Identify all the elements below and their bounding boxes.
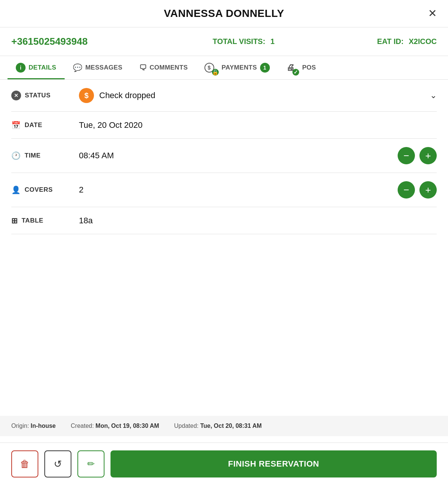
modal-title: VANNESSA DONNELLY: [164, 8, 284, 20]
tab-payments-label: PAYMENTS: [222, 64, 257, 71]
time-label: TIME: [25, 152, 41, 159]
trash-icon: 🗑: [20, 458, 30, 470]
status-dollar-icon: $: [79, 88, 94, 103]
total-visits-label: TOTAL VISITS:: [213, 37, 265, 45]
date-label: DATE: [25, 121, 42, 129]
covers-label-group: 👤 COVERS: [11, 185, 79, 194]
tab-bar: i DETAILS 💬 MESSAGES 🗨 COMMENTS $ 🔒 PAYM…: [0, 56, 448, 80]
footer-actions: 🗑 ↺ ✏ FINISH RESERVATION: [0, 443, 448, 485]
eat-id-value: X2ICOC: [409, 37, 437, 45]
tab-messages[interactable]: 💬 MESSAGES: [65, 56, 131, 79]
date-label-group: 📅 DATE: [11, 121, 79, 130]
payments-badge: 1: [260, 63, 270, 73]
covers-value: 2: [79, 185, 398, 195]
status-value-group[interactable]: $ Check dropped ⌄: [79, 88, 437, 103]
origin-group: Origin: In-house: [11, 423, 56, 429]
details-icon: i: [16, 63, 26, 73]
eat-id-label: EAT ID:: [377, 37, 404, 45]
covers-decrease-button[interactable]: −: [398, 181, 415, 199]
date-value: Tue, 20 Oct 2020: [79, 120, 437, 130]
edit-button[interactable]: ✏: [77, 450, 104, 477]
table-label: TABLE: [22, 217, 44, 224]
lock-icon: 🔒: [212, 69, 219, 76]
time-actions: − +: [398, 147, 437, 164]
payments-icon-group: $ 🔒: [204, 63, 219, 73]
info-row: +3615025493948 TOTAL VISITS: 1 EAT ID: X…: [0, 27, 448, 56]
updated-group: Updated: Tue, Oct 20, 08:31 AM: [174, 423, 262, 429]
status-label-group: ✕ STATUS: [11, 91, 79, 100]
details-section: ✕ STATUS $ Check dropped ⌄ 📅 DATE Tue, 2…: [0, 80, 448, 234]
footer-info: Origin: In-house Created: Mon, Oct 19, 0…: [0, 416, 448, 436]
covers-row: 👤 COVERS 2 − +: [11, 173, 437, 207]
created-value: Mon, Oct 19, 08:30 AM: [95, 423, 159, 429]
origin-value: In-house: [31, 423, 56, 429]
tab-details-label: DETAILS: [29, 64, 56, 71]
updated-label: Updated:: [174, 423, 198, 429]
messages-icon: 💬: [73, 63, 82, 72]
origin-label: Origin:: [11, 423, 29, 429]
chevron-down-icon: ⌄: [430, 91, 437, 100]
edit-icon: ✏: [87, 459, 95, 469]
tab-comments-label: COMMENTS: [150, 64, 188, 71]
tab-pos-label: POS: [302, 64, 316, 71]
table-row: ⊞ TABLE 18a: [11, 207, 437, 234]
table-value: 18a: [79, 216, 437, 226]
pos-icon-group: 🖨 ✓: [286, 63, 299, 73]
time-increase-button[interactable]: +: [419, 147, 437, 164]
tab-pos[interactable]: 🖨 ✓ POS: [278, 56, 324, 79]
table-label-group: ⊞ TABLE: [11, 216, 79, 225]
tab-comments[interactable]: 🗨 COMMENTS: [131, 57, 196, 79]
time-value: 08:45 AM: [79, 151, 398, 161]
finish-reservation-button[interactable]: FINISH RESERVATION: [110, 450, 437, 477]
status-text: Check dropped: [99, 91, 155, 100]
tab-messages-label: MESSAGES: [85, 64, 123, 71]
total-visits: TOTAL VISITS: 1: [110, 37, 377, 46]
status-x-icon: ✕: [11, 91, 21, 100]
status-row: ✕ STATUS $ Check dropped ⌄: [11, 80, 437, 112]
history-button[interactable]: ↺: [44, 450, 71, 477]
time-decrease-button[interactable]: −: [398, 147, 415, 164]
updated-value: Tue, Oct 20, 08:31 AM: [200, 423, 262, 429]
clock-icon: 🕐: [11, 151, 21, 160]
person-icon: 👤: [11, 185, 21, 194]
phone-number: +3615025493948: [11, 36, 88, 47]
time-row: 🕐 TIME 08:45 AM − +: [11, 139, 437, 173]
covers-increase-button[interactable]: +: [419, 181, 437, 199]
created-group: Created: Mon, Oct 19, 08:30 AM: [71, 423, 159, 429]
table-icon: ⊞: [11, 216, 18, 225]
close-button[interactable]: ✕: [428, 8, 437, 19]
history-icon: ↺: [54, 458, 62, 470]
calendar-icon: 📅: [11, 121, 21, 130]
total-visits-value: 1: [270, 37, 274, 45]
modal-header: VANNESSA DONNELLY ✕: [0, 0, 448, 27]
time-label-group: 🕐 TIME: [11, 151, 79, 160]
date-row: 📅 DATE Tue, 20 Oct 2020: [11, 112, 437, 139]
eat-id: EAT ID: X2ICOC: [377, 37, 437, 46]
tab-payments[interactable]: $ 🔒 PAYMENTS 1: [196, 56, 278, 79]
tab-details[interactable]: i DETAILS: [8, 56, 65, 79]
comments-icon: 🗨: [139, 64, 147, 72]
status-label: STATUS: [25, 92, 50, 99]
covers-label: COVERS: [25, 186, 53, 194]
pos-check-icon: ✓: [292, 69, 299, 76]
created-label: Created:: [71, 423, 94, 429]
covers-actions: − +: [398, 181, 437, 199]
delete-button[interactable]: 🗑: [11, 450, 38, 477]
